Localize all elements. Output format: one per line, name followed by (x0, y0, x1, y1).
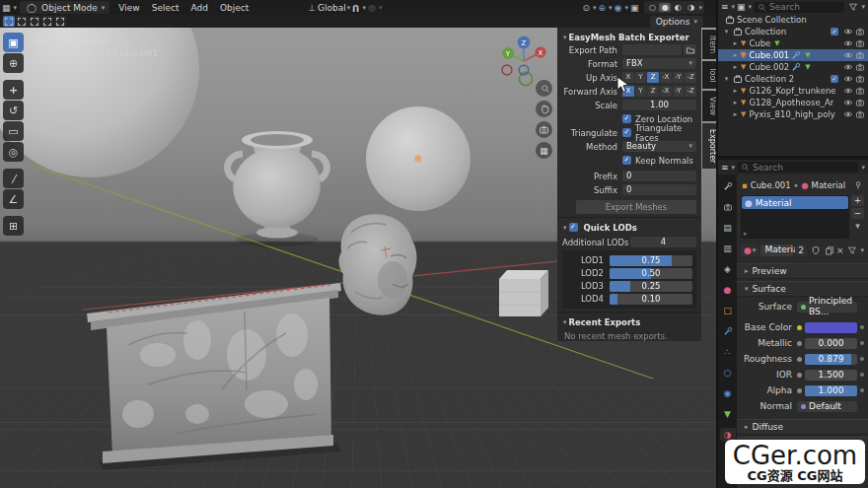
render-camera-icon[interactable] (855, 98, 865, 107)
tab-view-layer[interactable]: ▥ (720, 242, 736, 255)
forward-axis-x[interactable]: X (622, 86, 634, 97)
metallic-slider[interactable]: 0.000 (805, 338, 857, 349)
menu-object[interactable]: Object (214, 3, 254, 13)
tab-render[interactable] (720, 200, 736, 214)
lod4-slider[interactable]: 0.10 (610, 294, 692, 305)
additional-lods-field[interactable]: 4 (630, 237, 696, 247)
keep-normals-checkbox[interactable]: ✓ (622, 156, 631, 165)
pivot-point-icon[interactable]: ⊙ (582, 3, 590, 13)
up-axis-negz[interactable]: -Z (685, 72, 696, 83)
export-meshes-button[interactable]: Export Meshes (576, 200, 696, 214)
filter-icon[interactable] (848, 2, 858, 12)
quick-lods-collapse-icon[interactable]: ▾ (563, 224, 567, 232)
tool-scale[interactable]: ▭ (3, 121, 24, 141)
select-mode-invert[interactable] (41, 16, 53, 27)
outliner-filter-id-icon[interactable]: ▣ (737, 2, 746, 12)
browse-material-button[interactable]: ●▾ (741, 244, 759, 256)
hide-eye-icon[interactable] (843, 86, 853, 96)
shading-wireframe-icon[interactable]: ○ (646, 3, 658, 12)
roughness-slider[interactable]: 0.879 (805, 354, 857, 365)
quick-lods-checkbox[interactable]: ✓ (569, 223, 578, 232)
socket-dot[interactable] (797, 357, 802, 362)
lod1-slider[interactable]: 0.75 (610, 255, 692, 266)
surface-shader-field[interactable]: Principled BS... (797, 302, 857, 313)
tab-constraints[interactable]: ◉ (720, 386, 736, 400)
outliner-row-collection[interactable]: ▾ Collection ✓ (718, 26, 868, 37)
panel-collapse-icon[interactable]: ▾ (563, 34, 567, 41)
pin-icon[interactable] (853, 180, 863, 190)
decorator-dot[interactable] (860, 357, 864, 361)
preview-panel-header[interactable]: ▸ Preview (737, 263, 868, 279)
editor-type-icon[interactable]: ▦ (2, 3, 11, 13)
up-axis-negx[interactable]: -X (660, 72, 672, 83)
hide-eye-icon[interactable] (843, 50, 853, 60)
mode-dropdown[interactable]: ◯ Object Mode ▾ (20, 1, 109, 14)
socket-dot[interactable] (797, 388, 802, 393)
tool-transform[interactable]: ◎ (3, 142, 24, 162)
forward-axis-negz[interactable]: -Z (685, 86, 696, 97)
tab-world[interactable]: ● (720, 283, 736, 297)
breadcrumb-object[interactable]: Cube.001 (751, 180, 791, 190)
shading-rendered-icon[interactable]: ◑ (685, 3, 696, 12)
tab-physics[interactable]: ○ (720, 366, 736, 380)
pan-view-button[interactable] (536, 101, 552, 117)
xray-toggle-icon[interactable]: ▣ (630, 3, 639, 13)
select-mode-extend[interactable] (16, 16, 28, 27)
specials-funnel-icon[interactable] (847, 245, 857, 255)
tab-scene[interactable]: ◈ (720, 262, 736, 276)
up-axis-x[interactable]: X (622, 72, 634, 83)
outliner-row-cube[interactable]: ▸ ▼ Cube ▼ (718, 37, 868, 49)
collection-checkbox[interactable]: ✓ (831, 75, 838, 83)
hide-eye-icon[interactable] (843, 38, 853, 48)
tab-tool[interactable]: Tool (702, 61, 717, 89)
select-mode-subtract[interactable] (29, 16, 40, 27)
tool-annotate[interactable]: / (3, 169, 24, 188)
outliner-row-pyxis[interactable]: ▸ ▼ Pyxis_810_high_poly (718, 108, 868, 120)
ior-field[interactable]: 1.500 (805, 370, 857, 381)
list-filter-toggle[interactable]: ▸ (744, 230, 748, 238)
zoom-view-button[interactable] (536, 80, 552, 97)
decorator-dot[interactable] (860, 325, 864, 329)
fake-user-shield-icon[interactable] (811, 245, 821, 255)
tab-item[interactable]: Item (702, 30, 717, 59)
slot-specials-button[interactable]: ▾ (851, 221, 864, 232)
disclosure-icon[interactable]: ▸ (731, 63, 740, 71)
viewport-3d[interactable]: User Perspective (1) Collection 2 | Cube… (0, 0, 718, 488)
material-name-field[interactable]: Material (760, 244, 793, 256)
recent-exports-collapse-icon[interactable]: ▾ (563, 318, 567, 326)
gizmo-neg-x-axis[interactable] (502, 65, 512, 75)
copy-icon[interactable] (825, 245, 834, 255)
menu-select[interactable]: Select (146, 3, 185, 13)
menu-view[interactable]: View (112, 3, 145, 13)
diffuse-panel-header[interactable]: ▸ Diffuse (737, 419, 868, 435)
tool-move[interactable]: + (3, 80, 24, 100)
render-camera-icon[interactable] (855, 86, 865, 96)
tool-measure[interactable]: ∠ (3, 189, 24, 209)
remove-slot-button[interactable]: − (851, 208, 864, 219)
lod2-slider[interactable]: 0.50 (610, 268, 692, 279)
tab-view[interactable]: View (702, 91, 717, 121)
hide-eye-icon[interactable] (843, 98, 853, 107)
render-camera-icon[interactable] (855, 38, 865, 48)
select-mode-new[interactable] (3, 16, 15, 27)
method-dropdown[interactable]: Beauty▾ (622, 141, 696, 152)
disclosure-icon[interactable]: ▾ (722, 28, 731, 35)
base-color-swatch[interactable] (805, 322, 857, 333)
unlink-button[interactable]: × (836, 245, 844, 255)
socket-dot[interactable] (797, 341, 802, 346)
tab-tool[interactable] (720, 179, 736, 193)
outliner-row-scene-collection[interactable]: Scene Collection (718, 14, 868, 26)
editor-type-chevron-icon[interactable]: ▾ (14, 4, 18, 12)
prefix-input[interactable]: 0 (622, 171, 696, 181)
hide-eye-icon[interactable] (843, 109, 853, 119)
lod3-slider[interactable]: 0.25 (610, 281, 692, 292)
decorator-dot[interactable] (860, 373, 864, 377)
hide-eye-icon[interactable] (843, 62, 853, 72)
hide-eye-icon[interactable] (843, 74, 853, 84)
shading-solid-icon[interactable]: ● (659, 3, 671, 12)
forward-axis-negy[interactable]: -Y (673, 86, 685, 97)
outliner-search-input[interactable]: Search (754, 2, 844, 13)
scale-field[interactable]: 1.00 (622, 100, 696, 110)
breadcrumb-material[interactable]: Material (812, 180, 846, 190)
hide-eye-icon[interactable] (843, 27, 853, 36)
